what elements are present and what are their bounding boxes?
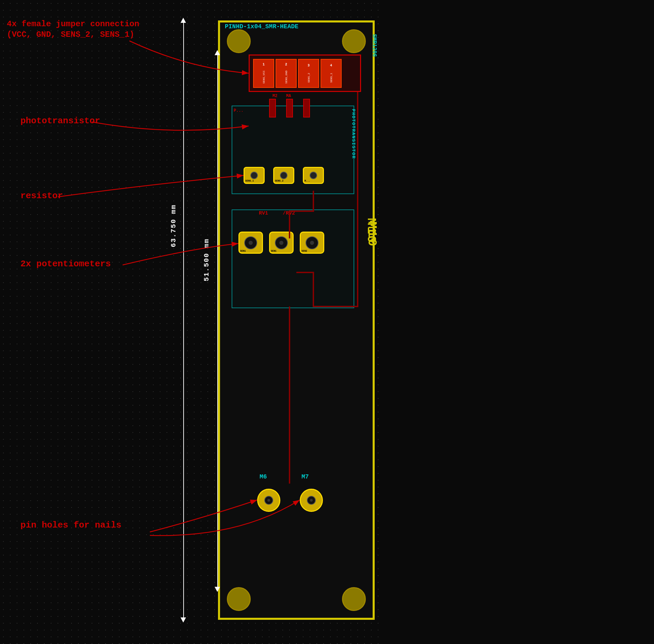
pot-pad-1: SEN1 — [238, 232, 263, 254]
m2-label: M2 — [272, 94, 277, 98]
corner-hole-br — [342, 587, 366, 611]
corner-hole-tr — [342, 29, 366, 53]
ma-label: MA — [286, 94, 291, 98]
nail-hole-m7 — [300, 489, 323, 512]
nail-hole-m6 — [257, 489, 280, 512]
phototransistor-annotation-label: phototransistor — [20, 116, 100, 126]
smd-pads-row: SENS_1 SENS_2 R... — [244, 167, 324, 184]
pot-pad-2: SEN1 — [269, 232, 294, 254]
rv1-label: RV1 — [259, 210, 268, 216]
transistor-comp-1 — [269, 99, 276, 117]
pin-3: 3 SENS_2 — [298, 59, 319, 88]
pin-1: 1 SENS_VCC — [253, 59, 274, 88]
transistor-comp-3 — [303, 99, 310, 117]
transistor-comp-2 — [286, 99, 293, 117]
pinhd-label: PINHD-1x04_SMR-HEADE — [225, 23, 298, 30]
smd-pad-2: SENS_2 — [273, 167, 294, 184]
dim-arrow-inner-bottom — [215, 587, 220, 592]
smr-label: SMR1206 — [371, 34, 377, 57]
corner-hole-tl — [227, 29, 251, 53]
m7-label: M7 — [301, 473, 309, 480]
connector-box: 1 SENS_VCC 2 SENS_GND 3 SENS_2 4 SENS_1 — [249, 54, 361, 92]
jumper-annotation-label: 4x female jumper connection(VCC, GND, SE… — [7, 19, 139, 40]
dim-line-inner — [217, 53, 218, 589]
potentiometer-box — [232, 209, 354, 308]
m10-label-display: M10 — [364, 218, 378, 244]
dim-arrow-outer-bottom — [181, 617, 186, 623]
pin-holes-annotation-label: pin holes for nails — [20, 520, 121, 530]
dim-text-inner: 51.500 mm — [203, 238, 211, 281]
smd-pad-3: R... — [303, 167, 324, 184]
dim-arrow-outer-top — [181, 18, 186, 23]
dim-line-outer — [183, 20, 184, 620]
dim-text-outer: 63.750 mm — [170, 204, 177, 247]
rv2-label: /RV2 — [283, 210, 295, 216]
pot-pad-3: SEN2 — [300, 232, 324, 254]
smd-pad-3-inner — [310, 172, 317, 179]
m6-label: M6 — [260, 473, 267, 480]
connector-pins-row: 1 SENS_VCC 2 SENS_GND 3 SENS_2 4 SENS_1 — [250, 56, 360, 91]
dim-arrow-inner-top — [215, 50, 220, 55]
pq-label: P... — [234, 108, 244, 113]
smd-pad-1: SENS_1 — [244, 167, 265, 184]
smd-pad-1-inner — [250, 172, 258, 179]
corner-hole-bl — [227, 587, 251, 611]
pot-pads-row: SEN1 SEN1 SEN2 — [238, 232, 324, 254]
phototransistor-box-label: PHOTOTRANSISTOR — [351, 109, 356, 159]
smd-pad-2-inner — [280, 172, 287, 179]
pin-4: 4 SENS_1 — [321, 59, 342, 88]
pin-2: 2 SENS_GND — [276, 59, 297, 88]
potentiometers-annotation-label: 2x potentiometers — [20, 259, 111, 269]
resistor-annotation-label: resistor — [20, 191, 63, 201]
